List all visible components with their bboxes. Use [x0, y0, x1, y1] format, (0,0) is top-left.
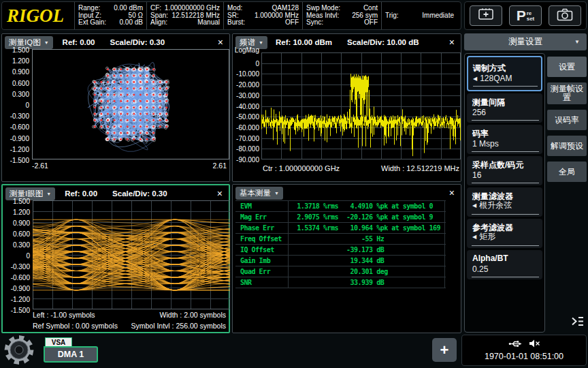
iq-x-max: 2.61 — [213, 162, 227, 170]
sidebar-header[interactable]: 测量设置 ▼ — [464, 33, 587, 50]
y-axis-label: -40.000 — [233, 102, 259, 110]
y-axis-label: 1.500 — [3, 198, 30, 205]
meas-value: 19.344 dB — [346, 257, 384, 264]
sidebar-tab-1[interactable]: 测量帧设置 — [547, 82, 587, 104]
sidebar-item-value-text: 256 — [472, 108, 486, 117]
topbar-group: Trig:Immediate — [381, 2, 457, 29]
sidebar-item-0[interactable]: 调制方式◀128QAM — [467, 56, 542, 91]
panel-iq-ref: Ref: 0.00 — [63, 38, 95, 46]
topbar-group: Swp Mode:ContMeas Intvl:256 symSync:OFF — [302, 2, 381, 29]
table-grid-line — [235, 200, 446, 201]
panel-iq-header: 测量IQ图▼ Ref: 0.00 Scale/Div: 0.30 × — [2, 34, 229, 50]
field-label: Align: — [150, 19, 167, 27]
panel-iq-close-icon[interactable]: × — [218, 37, 223, 48]
y-axis-label: 1.200 — [2, 57, 29, 65]
add-tab-button[interactable]: + — [432, 338, 457, 362]
y-axis-label: -1.200 — [2, 145, 29, 153]
meas-peak-value: -20.126 %pk at symbol 9 — [346, 213, 433, 221]
sidebar-item-value-text: 16 — [472, 170, 481, 180]
left-arrow-icon: ◀ — [473, 76, 477, 82]
panel-spectrum-close-icon[interactable]: × — [449, 37, 455, 48]
sidebar-header-label: 测量设置 — [508, 36, 542, 48]
sidebar-item-2[interactable]: 码率1 Msps — [467, 125, 542, 154]
sidebar-item-value-text: 矩形 — [479, 231, 495, 243]
y-axis-label: 0 — [3, 252, 30, 260]
datetime-display: 1970-01-01 08:51:00 — [462, 352, 586, 361]
sidebar-item-value: 16 — [472, 170, 481, 180]
value-underline — [472, 120, 539, 121]
status-icons — [462, 339, 586, 348]
y-axis-label: -0.600 — [2, 123, 29, 131]
preset-set: set — [527, 16, 535, 22]
y-axis-label: -0.900 — [2, 134, 29, 142]
iq-x-min: -2.61 — [32, 162, 48, 170]
top-info-bar: RIGOL Range:0.00 dBmInput Z:50 ΩExt Gain… — [1, 1, 461, 30]
meas-row-label: Mag Err — [240, 213, 267, 221]
table-grid-line — [235, 266, 446, 266]
top-buttons: P re set — [464, 1, 587, 30]
gear-icon — [3, 334, 35, 366]
sidebar-item-5[interactable]: 参考滤波器◀矩形 — [467, 219, 542, 248]
topbar-group: Range:0.00 dBmInput Z:50 ΩExt Gain:0.00 … — [74, 2, 146, 29]
y-axis-label: 0.300 — [2, 90, 29, 97]
vsa-tab-name[interactable]: DMA 1 — [44, 346, 98, 363]
panel-iq-scale: Scale/Div: 0.30 — [110, 38, 165, 46]
table-grid-line — [444, 200, 445, 288]
sidebar-item-3[interactable]: 采样点数/码元16 — [467, 156, 542, 185]
meas-peak-value: 4.4910 %pk at symbol 0 — [346, 202, 433, 210]
left-arrow-icon: ◀ — [472, 234, 476, 240]
meas-rms-value: 2.9075 %rms — [291, 213, 338, 221]
chevron-down-icon: ▼ — [574, 39, 580, 45]
vsa-app-tab[interactable]: VSA DMA 1 — [44, 337, 98, 363]
y-axis-label: -0.300 — [3, 263, 30, 271]
panel-eye: 测量I眼图▼ Ref: 0.00 Scale/Div: 0.30 × Left … — [1, 184, 230, 333]
left-arrow-icon: ◀ — [472, 202, 476, 209]
y-axis-label: -30.000 — [233, 91, 259, 99]
sidebar-item-value: 256 — [472, 108, 486, 117]
value-underline — [472, 214, 539, 215]
y-axis-label: -90.000 — [233, 156, 259, 164]
add-view-button[interactable] — [470, 5, 502, 26]
topbar-groups: Range:0.00 dBmInput Z:50 ΩExt Gain:0.00 … — [74, 2, 457, 29]
system-gear-button[interactable] — [3, 334, 35, 366]
chevron-down-icon: ▼ — [259, 40, 263, 45]
sidebar-tab-3[interactable]: 解调预设 — [547, 136, 587, 156]
panel-eye-close-icon[interactable]: × — [217, 188, 223, 199]
meas-row-label: Gain Imb — [240, 257, 270, 264]
panel-spectrum-scale: Scale/Div: 10.00 dB — [347, 38, 419, 46]
panel-iq: 测量IQ图▼ Ref: 0.00 Scale/Div: 0.30 × -2.61… — [1, 33, 230, 182]
sidebar-item-4[interactable]: 测量滤波器◀根升余弦 — [467, 187, 542, 217]
y-axis-label: 0.600 — [3, 230, 30, 238]
panel-spectrum: 频谱▼ Ref: 10.00 dBm Scale/Div: 10.00 dB ×… — [232, 33, 461, 182]
topbar-field: Sync:OFF — [306, 19, 378, 27]
topbar-field: Burst:OFF — [227, 19, 299, 27]
field-value: OFF — [364, 19, 378, 27]
meas-row-label: EVM — [240, 202, 252, 210]
y-axis-label: -1.500 — [2, 157, 29, 164]
speaker-muted-icon — [529, 339, 540, 348]
panel-eye-header: 测量I眼图▼ Ref: 0.00 Scale/Div: 0.30 × — [3, 185, 229, 202]
meas-peak-value: 10.964 %pk at symbol 169 — [346, 224, 440, 232]
table-grid-line — [235, 233, 446, 234]
sidebar-item-label: 码率 — [472, 128, 489, 140]
table-grid-line — [235, 255, 446, 256]
sidebar-tab-2[interactable]: 误码率 — [547, 110, 587, 130]
spectrum-plot — [261, 52, 461, 159]
y-axis-label: -20.000 — [233, 81, 259, 89]
sidebar-tab-4[interactable]: 全局 — [547, 162, 587, 182]
sidebar-item-value: ◀矩形 — [472, 231, 495, 243]
meas-row-label: IQ Offset — [240, 246, 274, 254]
sidebar-tab-0[interactable]: 设置 — [547, 57, 587, 77]
sidebar-item-1[interactable]: 测量间隔256 — [467, 93, 542, 123]
preset-button[interactable]: P re set — [509, 5, 542, 26]
topbar-group: Mod:QAM128SR:1.000000 MHzBurst:OFF — [223, 2, 302, 29]
expand-menu-button[interactable] — [570, 314, 585, 328]
table-grid-line — [235, 211, 446, 212]
screenshot-button[interactable] — [549, 5, 581, 26]
vsa-app: RIGOL Range:0.00 dBmInput Z:50 ΩExt Gain… — [0, 0, 588, 368]
expand-menu-icon — [571, 316, 585, 327]
y-axis-label: 0.300 — [3, 241, 30, 249]
sidebar-item-6[interactable]: Alpha/BT0.25 — [467, 250, 542, 279]
vsa-app-label: VSA — [45, 337, 72, 347]
preset-icon: P re set — [517, 9, 535, 22]
